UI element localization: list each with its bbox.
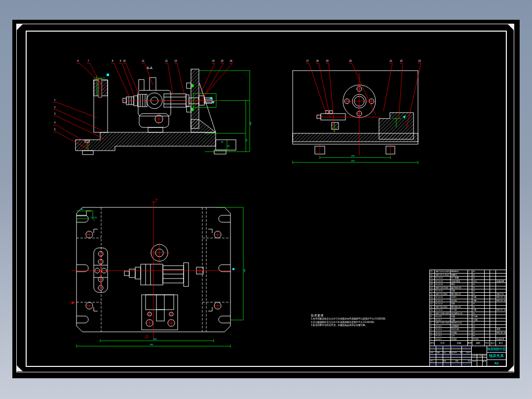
- bom-cell: [485, 321, 490, 324]
- bom-cell: 压板: [451, 289, 468, 292]
- bom-cell: [490, 309, 496, 312]
- bom-cell: [490, 331, 496, 334]
- bom-cell: [490, 286, 496, 289]
- bom-cell: 1: [468, 302, 472, 305]
- bom-header: 序号代号名称数量材料单件总计备注: [430, 341, 506, 346]
- callout-label: 2: [54, 106, 56, 109]
- bom-cell: 45: [472, 283, 485, 286]
- bom-cell: 螺杆: [451, 283, 468, 286]
- bom-cell: 21: [430, 274, 435, 277]
- bom-cell: [496, 286, 506, 289]
- bom-cell: T10A: [472, 315, 485, 318]
- bom-cell: 9: [430, 312, 435, 315]
- leader-line: [174, 63, 185, 97]
- title-area: 陕西国防学院 铣床夹具 A0: [487, 346, 506, 366]
- bom-cell: 45: [472, 312, 485, 315]
- bom-cell: XCJJ-13: [435, 299, 451, 302]
- bom-cell: 2: [468, 296, 472, 299]
- bom-cell: 定位销: [451, 299, 468, 302]
- bom-cell: XCJJ-4: [435, 328, 451, 331]
- leader-line: [123, 63, 139, 95]
- bom-cell: [490, 296, 496, 299]
- bom-cell: [485, 338, 490, 341]
- bom-cell: [496, 312, 506, 315]
- bom-cell: 35: [472, 286, 485, 289]
- callout-label: 23: [418, 60, 421, 62]
- bom-cell: 45: [472, 328, 485, 331]
- callout-label: 8: [112, 60, 114, 62]
- callout-label: 19: [326, 60, 329, 62]
- leader-line: [111, 63, 129, 97]
- bom-cell: 7: [430, 319, 435, 321]
- bom-cell: 螺母M10: [451, 270, 468, 273]
- callout-label: 18: [316, 60, 319, 62]
- dimension-text: 35: [228, 145, 230, 147]
- bom-cell: [485, 280, 490, 283]
- bom-cell: 钻套: [451, 315, 468, 318]
- bom-cell: HRC55~60: [496, 299, 506, 302]
- leader-line: [316, 63, 330, 118]
- leader-line: [399, 63, 403, 119]
- title-block-label: 共 张: [472, 360, 476, 365]
- dimension-text: 95: [245, 139, 248, 141]
- dimension-text: 20: [221, 141, 224, 143]
- bom-cell: [496, 321, 506, 324]
- bom-cell: 2: [468, 270, 472, 273]
- plan-view-red-lines: [72, 201, 232, 340]
- bom-cell: [490, 270, 496, 273]
- leader-line: [53, 116, 104, 139]
- bom-cell: XCJJ-1: [435, 338, 451, 341]
- sheet-count-labels: 共 张第 张: [472, 360, 487, 365]
- bom-header-cell: 名称: [451, 341, 468, 346]
- bom-cell: XCJJ-2: [435, 334, 451, 337]
- bom-cell: [496, 306, 506, 309]
- callout-label: 1: [54, 99, 56, 101]
- bom-cell: XCJJ-8: [435, 315, 451, 318]
- bom-cell: 1: [468, 328, 472, 331]
- bom-cell: [496, 274, 506, 277]
- bom-cell: XCJJ-3: [435, 331, 451, 334]
- title-block-label: 校核: [443, 360, 446, 362]
- bom-cell: 1: [468, 309, 472, 312]
- bom-cell: XCJJ-5: [435, 325, 451, 328]
- callout-label: 6: [77, 60, 79, 62]
- dimension-text: 30: [81, 208, 83, 210]
- bom-cell: 45: [472, 289, 485, 292]
- bom-header-cell: 单件: [485, 341, 490, 346]
- bom-cell: [496, 289, 506, 292]
- bom-cell: 1: [468, 280, 472, 283]
- bom-cell: 夹具体: [451, 338, 468, 341]
- bom-cell: GB/T 1096-2003: [435, 312, 451, 315]
- bom-cell: 4: [430, 328, 435, 331]
- bom-cell: [485, 328, 490, 331]
- bom-cell: 18: [430, 283, 435, 286]
- dimension-text: 460: [150, 343, 154, 346]
- bom-cell: 35: [472, 293, 485, 296]
- bom-cell: 22: [430, 270, 435, 273]
- bom-cell: 1: [430, 338, 435, 341]
- bom-cell: 对刀块: [451, 309, 468, 312]
- bom-cell: 支承板: [451, 331, 468, 334]
- bom-cell: [496, 283, 506, 286]
- bom-cell: 2: [468, 286, 472, 289]
- svg-text:A: A: [146, 334, 148, 337]
- bom-cell: XCJJ-7: [435, 319, 451, 321]
- bom-cell: 螺钉M8×25: [451, 293, 468, 296]
- bom-cell: 定位键10×30: [451, 312, 468, 315]
- bom-cell: 1: [468, 338, 472, 341]
- bom-cell: GB/T 70-2000: [435, 293, 451, 296]
- bom-cell: XCJJ-20: [435, 277, 451, 279]
- bom-cell: 17: [430, 286, 435, 289]
- bom-cell: [485, 315, 490, 318]
- bom-cell: HRC55~60: [496, 296, 506, 299]
- bom-cell: 45: [472, 270, 485, 273]
- bom-cell: [485, 270, 490, 273]
- callout-label: 11: [142, 60, 145, 62]
- bom-cell: 1: [468, 315, 472, 318]
- section-label: A-A: [147, 66, 152, 70]
- bom-cell: [496, 302, 506, 305]
- bom-cell: 14: [430, 296, 435, 299]
- title-block-label: 批准: [468, 360, 471, 362]
- callout-label: 21: [389, 60, 392, 62]
- bom-cell: 35: [472, 321, 485, 324]
